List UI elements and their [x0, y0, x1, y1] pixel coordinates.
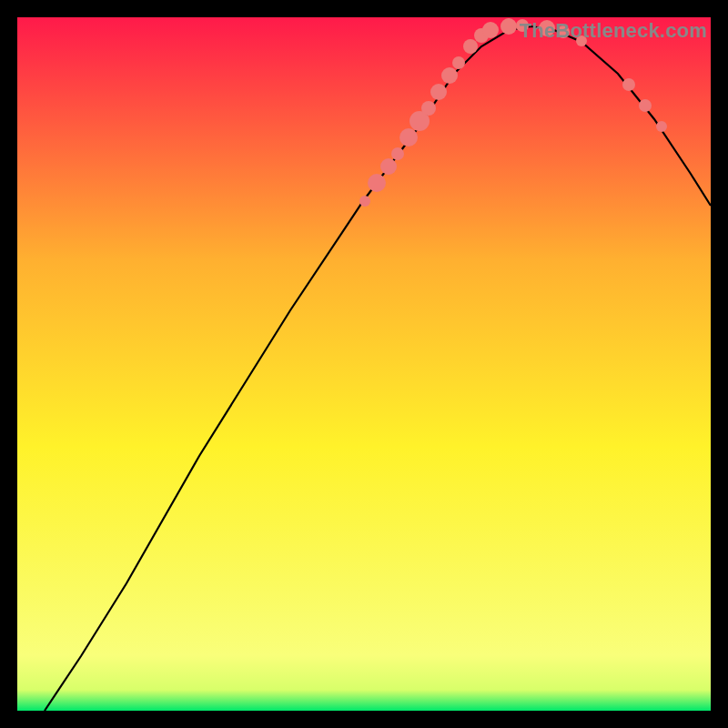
highlight-dot	[399, 128, 418, 147]
highlight-dot	[639, 99, 652, 112]
highlight-dot	[380, 158, 397, 175]
highlight-dot	[622, 78, 635, 91]
highlight-dot	[463, 39, 478, 54]
chart-frame: TheBottleneck.com	[17, 17, 711, 711]
highlight-dot	[430, 84, 447, 100]
highlight-dot	[452, 56, 465, 69]
highlight-dot	[500, 18, 517, 35]
highlight-dot	[421, 101, 436, 116]
highlight-dot	[391, 147, 404, 160]
gradient-plot	[17, 17, 711, 711]
highlight-dot	[656, 121, 667, 132]
highlight-dot	[441, 67, 458, 84]
watermark-label: TheBottleneck.com	[520, 19, 707, 43]
highlight-dot	[359, 196, 370, 207]
plot-background	[17, 17, 711, 711]
highlight-dot	[368, 174, 386, 192]
highlight-dot	[482, 22, 499, 38]
